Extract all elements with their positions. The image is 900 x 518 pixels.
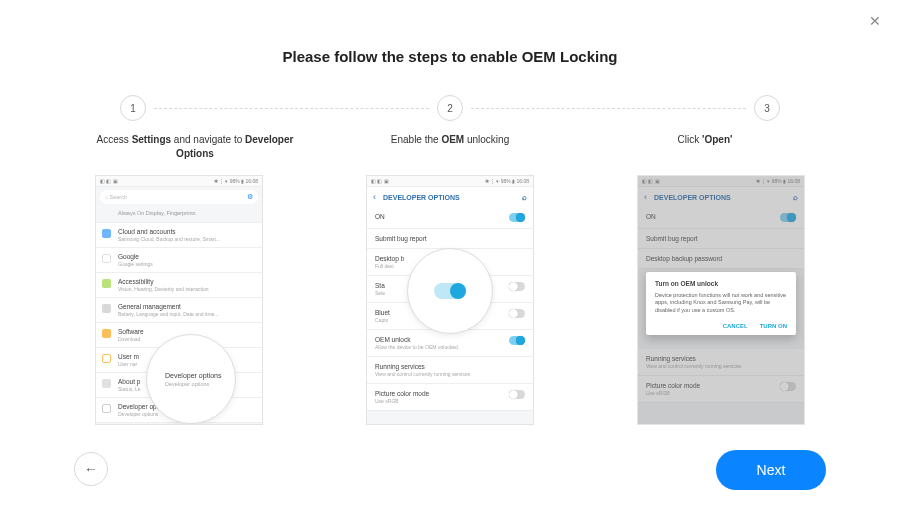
captions-row: Access Settings and navigate to Develope…	[0, 133, 900, 161]
info-icon	[102, 379, 111, 388]
settings-item-google: GoogleGoogle settings	[96, 248, 262, 273]
user-icon	[102, 354, 111, 363]
dev-row-oem-unlock: OEM unlockAllow the device to be OEM unl…	[367, 330, 533, 357]
page-title: Please follow the steps to enable OEM Lo…	[0, 48, 900, 65]
settings-item-cloud: Cloud and accountsSamsung Cloud, Backup …	[96, 222, 262, 248]
dialog-cancel: CANCEL	[723, 323, 748, 329]
dev-row-bugreport: Submit bug report	[367, 229, 533, 249]
cloud-icon	[102, 229, 111, 238]
steps-row: 1 2 3	[0, 95, 900, 121]
phones-row: ◧ ◧ ▣✱ ⋮ ▾ 98% ▮ 16:08 ⌕ Search ⚙ Always…	[0, 175, 900, 425]
caption-3: Click 'Open'	[605, 133, 805, 161]
status-bar: ◧ ◧ ▣✱ ⋮ ▾ 98% ▮ 16:08	[367, 176, 533, 187]
general-icon	[102, 304, 111, 313]
magnifier-toggle	[407, 248, 493, 334]
phone-screenshot-2: ◧ ◧ ▣✱ ⋮ ▾ 98% ▮ 16:08 ‹DEVELOPER OPTION…	[366, 175, 534, 425]
dialog-turn-on: TURN ON	[760, 323, 787, 329]
step-divider	[154, 108, 429, 109]
step-2-circle: 2	[437, 95, 463, 121]
settings-item-accessibility: AccessibilityVision, Hearing, Dexterity …	[96, 273, 262, 298]
next-button[interactable]: Next	[716, 450, 826, 490]
download-icon	[102, 329, 111, 338]
dev-row-picture: Picture color modeUse sRGB	[367, 384, 533, 411]
settings-item-general: General managementBattery, Language and …	[96, 298, 262, 323]
magnifier-developer-options: Developer options Developer options	[146, 334, 236, 424]
braces-icon	[102, 404, 111, 413]
dialog-body: Device protection functions will not wor…	[655, 292, 787, 314]
toggle-off	[509, 309, 525, 318]
step-3-circle: 3	[754, 95, 780, 121]
google-icon	[102, 254, 111, 263]
dialog-title: Turn on OEM unlock	[655, 280, 787, 287]
toggle-off	[509, 282, 525, 291]
caption-1: Access Settings and navigate to Develope…	[95, 133, 295, 161]
search-icon: ⌕	[105, 194, 108, 200]
oem-unlock-dialog: Turn on OEM unlock Device protection fun…	[646, 272, 796, 335]
close-icon[interactable]: ✕	[866, 12, 884, 30]
star-icon	[102, 279, 111, 288]
arrow-left-icon: ←	[84, 461, 98, 477]
gear-icon: ⚙	[247, 193, 253, 201]
settings-search: ⌕ Search ⚙	[100, 190, 258, 204]
toggle-on-large	[434, 283, 466, 299]
toggle-on	[509, 213, 525, 222]
developer-options-header: ‹DEVELOPER OPTIONS ⌕	[367, 187, 533, 207]
dev-row-on: ON	[367, 207, 533, 229]
step-1-circle: 1	[120, 95, 146, 121]
back-button[interactable]: ←	[74, 452, 108, 486]
back-chevron-icon: ‹	[373, 192, 376, 202]
step-divider	[471, 108, 746, 109]
dev-row-running: Running servicesView and control current…	[367, 357, 533, 384]
caption-2: Enable the OEM unlocking	[350, 133, 550, 161]
phone-screenshot-3: ◧ ◧ ▣✱ ⋮ ▾ 98% ▮ 16:08 ‹DEVELOPER OPTION…	[637, 175, 805, 425]
phone-screenshot-1: ◧ ◧ ▣✱ ⋮ ▾ 98% ▮ 16:08 ⌕ Search ⚙ Always…	[95, 175, 263, 425]
settings-subtext: Always On Display, Fingerprints	[96, 207, 262, 222]
toggle-on	[509, 336, 525, 345]
toggle-off	[509, 390, 525, 399]
status-bar: ◧ ◧ ▣✱ ⋮ ▾ 98% ▮ 16:08	[96, 176, 262, 187]
search-icon: ⌕	[522, 193, 527, 202]
